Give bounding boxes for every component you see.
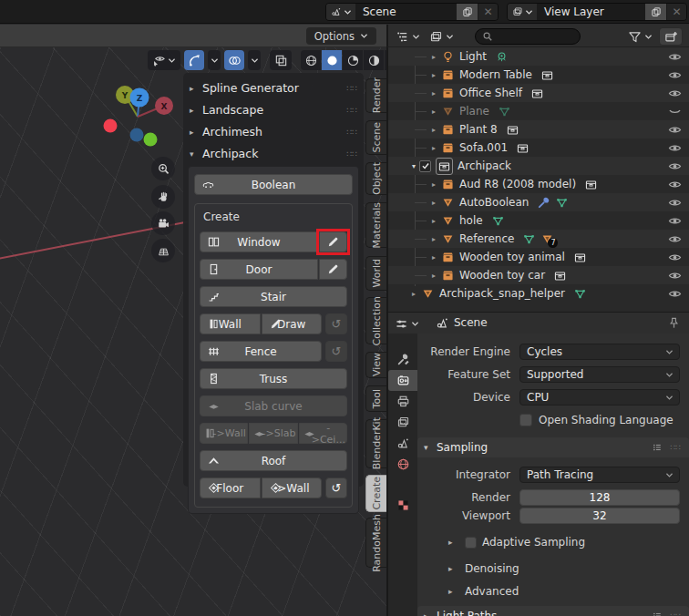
grip-icon[interactable]: ∷∷ [347,149,357,159]
device-dropdown[interactable]: CPU [519,389,680,406]
advanced-subpanel[interactable]: ▸ Advanced [417,584,689,599]
zoom-button[interactable] [151,157,175,180]
outliner-row-light[interactable]: ▸ Light [388,47,689,66]
editor-type-dropdown[interactable] [395,315,419,332]
tab-output-properties[interactable] [388,391,417,412]
expand-arrow[interactable]: ▸ [428,53,439,61]
scene-selector[interactable]: Scene ✕ [325,3,499,21]
visibility-eye-icon[interactable] [668,159,682,173]
floor-to-wall-button[interactable]: ->Wall [262,477,323,498]
light-paths-panel-header[interactable]: ▸ Light Paths ∷∷ [417,606,689,616]
presets-list-icon[interactable] [652,611,663,616]
view-layer-browse-button[interactable] [508,4,537,20]
sampling-panel-header[interactable]: ▾ Sampling ∷∷ [417,437,689,457]
truss-button[interactable]: Truss [200,368,347,389]
show-gizmo-toggle[interactable] [184,50,204,70]
visibility-eye-icon[interactable] [668,287,682,301]
wall-button[interactable]: Wall [200,313,261,334]
expand-arrow[interactable]: ▸ [408,290,419,298]
pin-icon[interactable] [667,316,681,330]
tab-view[interactable]: View [365,352,386,378]
scene-unlink-button[interactable]: ✕ [478,4,498,20]
tab-view-layer-properties[interactable] [388,412,417,433]
tab-materials[interactable]: Materials [365,202,386,248]
floor-preset-button[interactable]: ↺ [325,477,347,498]
show-overlays-toggle[interactable] [224,50,244,70]
expand-arrow[interactable]: ▸ [428,108,439,116]
view-layer-remove-button[interactable]: ✕ [667,4,686,20]
visibility-eye-icon[interactable] [668,232,682,246]
outliner-row-wooden-toy-car[interactable]: ▸ Wooden toy car [388,266,689,284]
visibility-eye-icon[interactable] [668,141,682,155]
outliner-row-archipack-collection[interactable]: ▾ Archipack [388,157,689,175]
scene-copy-button[interactable] [457,4,478,20]
tab-world[interactable]: World [365,256,386,291]
navigation-gizmo[interactable]: Y Z X [94,82,180,151]
visibility-eye-icon[interactable] [668,123,682,137]
options-button[interactable]: Options [306,27,376,45]
shading-material-button[interactable] [343,50,363,70]
tab-render[interactable]: Render [365,78,386,113]
grip-icon[interactable]: ∷∷ [671,611,681,616]
expand-arrow[interactable]: ▸ [428,89,439,98]
render-engine-dropdown[interactable]: Cycles [519,344,680,360]
view-layer-copy-button[interactable] [645,4,666,20]
fence-preset-button[interactable]: ↺ [325,341,347,362]
outliner-row-sofa-001[interactable]: ▸ Sofa.001 [388,139,689,157]
stair-button[interactable]: Stair [200,286,347,307]
editor-type-dropdown[interactable] [396,28,420,45]
expand-arrow[interactable]: ▸ [428,180,439,189]
to-ceiling-button[interactable]: ->Cei... [299,423,347,444]
osl-checkbox[interactable] [519,414,532,426]
grip-icon[interactable]: ∷∷ [347,106,357,115]
feature-set-dropdown[interactable]: Supported [519,366,680,383]
adaptive-sampling-subpanel[interactable]: ▸ Adaptive Sampling [417,535,689,549]
tab-blenderkit[interactable]: BlenderKit [365,419,386,468]
visibility-eye-icon[interactable] [668,50,682,64]
tab-create[interactable]: Create [365,475,386,512]
expand-arrow[interactable]: ▸ [428,71,439,79]
scene-name-field[interactable]: Scene [355,4,456,20]
visibility-eye-icon[interactable] [668,251,682,264]
fence-button[interactable]: Fence [200,341,322,362]
slab-curve-button[interactable]: Slab curve [200,395,347,416]
new-collection-button[interactable] [659,27,683,46]
window-button[interactable]: Window [200,231,318,252]
door-edit-button[interactable] [319,259,347,280]
wall-preset-button[interactable]: ↺ [325,313,347,334]
viewport-3d[interactable]: Y Z X ▸ Spline Generator ∷∷ ▸ Landscape … [0,47,386,616]
camera-view-button[interactable] [151,211,175,235]
section-landscape[interactable]: ▸ Landscape ∷∷ [190,101,357,118]
to-slab-button[interactable]: ->Slab [249,423,297,444]
outliner-row-aud-r8[interactable]: ▸ Aud R8 (2008 model) [388,175,689,193]
view-layer-selector[interactable]: View Layer ✕ [507,3,687,21]
to-wall-button[interactable]: ->Wall [200,423,248,444]
samples-render-field[interactable]: 128 [519,489,680,506]
wall-draw-button[interactable]: Draw [262,313,323,334]
outliner-row-plane[interactable]: ▸ Plane [388,102,689,120]
visibility-eye-icon[interactable] [668,196,682,210]
toggle-perspective-button[interactable] [151,239,175,262]
scene-browse-button[interactable] [326,4,355,20]
visibility-eye-icon[interactable] [668,269,682,282]
filter-dropdown[interactable] [628,28,653,45]
expand-arrow[interactable]: ▸ [428,199,439,207]
expand-arrow[interactable]: ▸ [428,253,439,262]
shading-rendered-button[interactable] [364,50,384,70]
xray-toggle[interactable] [270,50,292,70]
visibility-eye-closed-icon[interactable] [668,105,682,118]
grip-icon[interactable]: ∷∷ [347,84,357,93]
door-button[interactable]: Door [200,259,318,280]
tab-scene[interactable]: Scene [365,120,386,155]
view-layer-name-field[interactable]: View Layer [537,4,644,20]
boolean-button[interactable]: Boolean [194,174,353,195]
visibility-eye-icon[interactable] [668,87,682,100]
floor-button[interactable]: Floor [200,477,261,498]
section-archipack[interactable]: ▾ Archipack ∷∷ [190,145,357,162]
visibility-dropdown[interactable] [148,50,180,70]
tab-object[interactable]: Object [365,162,386,195]
expand-arrow[interactable]: ▸ [428,272,439,280]
expand-arrow[interactable]: ▸ [428,126,439,134]
collection-checkbox[interactable] [419,160,431,172]
section-spline-generator[interactable]: ▸ Spline Generator ∷∷ [190,79,357,97]
